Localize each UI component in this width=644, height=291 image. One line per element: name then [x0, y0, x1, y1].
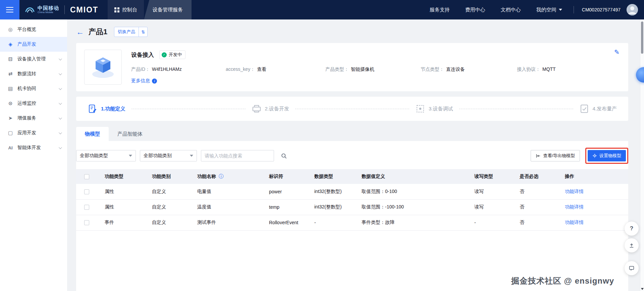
thing-model-panel: 全部功能类型 全部功能类别	[76, 141, 628, 291]
step-label: 2.设备开发	[265, 106, 289, 112]
nav-doc-center[interactable]: 文档中心	[501, 7, 521, 13]
step-device-debugging[interactable]: 3.设备调试	[415, 104, 453, 114]
china-mobile-logo-icon	[25, 5, 35, 14]
overview-icon: ◎	[7, 27, 14, 33]
row-checkbox[interactable]	[84, 189, 89, 194]
sidebar-item-ops-monitoring[interactable]: ⊙ 运维监控	[0, 96, 67, 111]
scrollbar-thumb[interactable]	[641, 21, 643, 54]
view-export-model-label: 查看/导出物模型	[543, 153, 575, 159]
doc-edit-icon	[88, 104, 98, 114]
view-export-model-button[interactable]: 查看/导出物模型	[531, 150, 580, 161]
cell-required: 否	[514, 199, 559, 215]
row-checkbox[interactable]	[84, 205, 89, 210]
product-image	[84, 50, 122, 85]
step-connector	[131, 109, 246, 109]
tutorial-highlight-box: 设置物模型	[585, 148, 628, 164]
cell-function-name: 电量值	[192, 184, 264, 199]
field-value: 智能摄像机	[351, 66, 374, 72]
cube-illustration	[89, 54, 117, 80]
search-input[interactable]	[201, 150, 274, 161]
field-label: 接入协议：	[517, 66, 540, 72]
sidebar-item-sim-collab[interactable]: ▤ 机卡协同	[0, 81, 67, 96]
cell-function-category: 自定义	[147, 199, 192, 215]
field-product-type: 产品类型： 智能摄像机	[325, 66, 421, 72]
chevron-down-icon	[59, 131, 62, 134]
function-detail-link[interactable]: 功能详情	[565, 204, 584, 209]
edit-pencil-icon[interactable]: ✎	[614, 48, 620, 56]
sidebar-item-value-added[interactable]: ➤ 增值服务	[0, 111, 67, 126]
nav-service-support[interactable]: 服务支持	[430, 7, 450, 13]
hamburger-menu-icon[interactable]	[0, 0, 19, 19]
chevron-down-icon	[59, 87, 62, 90]
status-label: 开发中	[169, 52, 182, 58]
question-mark-icon: ?	[630, 225, 633, 232]
select-all-checkbox[interactable]	[84, 174, 89, 179]
tab-product-agent[interactable]: 产品智能体	[109, 127, 151, 141]
app-dev-icon: ▢	[7, 130, 14, 136]
switch-product-button[interactable]: 切换产品 ⇅	[114, 27, 148, 37]
function-category-dropdown[interactable]: 全部功能类别	[140, 150, 197, 161]
info-icon[interactable]: i	[152, 79, 157, 84]
nav-billing-center[interactable]: 费用中心	[465, 7, 485, 13]
step-function-definition[interactable]: 1.功能定义	[88, 104, 125, 114]
chevron-down-icon	[559, 9, 562, 11]
sidebar-item-label: 增值服务	[17, 115, 36, 121]
function-type-dropdown[interactable]: 全部功能类型	[76, 150, 136, 161]
debug-grid-icon	[415, 104, 425, 114]
field-value: 直连设备	[446, 66, 465, 72]
thing-model-table: 功能类型 功能类别 功能名称 ⓘ 标识符 数据类型 数据值定义 读写类型 是否必…	[76, 169, 628, 231]
sidebar-item-product-development[interactable]: ◈ 产品开发	[0, 37, 67, 52]
cell-function-name: 温度值	[192, 199, 264, 215]
sidebar-item-platform-overview[interactable]: ◎ 平台概览	[0, 22, 67, 37]
help-button[interactable]: ?	[625, 222, 639, 236]
step-release-production[interactable]: 4.发布量产	[579, 104, 617, 114]
cell-function-category: 自定义	[147, 215, 192, 230]
back-arrow-icon[interactable]: ←	[76, 28, 84, 36]
field-node-type: 节点类型： 直连设备	[421, 66, 517, 72]
sidebar-item-label: 数据流转	[17, 71, 36, 77]
user-avatar[interactable]	[627, 4, 638, 15]
status-badge: ✓ 开发中	[159, 50, 185, 59]
gear-icon	[592, 153, 597, 158]
info-icon[interactable]: ⓘ	[219, 174, 223, 179]
service-tab-device-management[interactable]: 设备管理服务	[144, 0, 192, 19]
account-id[interactable]: CM002027577497	[582, 7, 621, 12]
cell-data-value-definition: 取值范围：0-100	[356, 184, 469, 199]
cell-function-name: 测试事件	[192, 215, 264, 230]
product-info-card: 设备接入 ✓ 开发中 产品ID： W4f1HLHAMz access_key： …	[76, 43, 628, 91]
tab-thing-model[interactable]: 物模型	[76, 127, 109, 141]
scrollbar[interactable]	[640, 19, 644, 291]
step-device-development[interactable]: 2.设备开发	[252, 104, 289, 114]
monitor-icon: ⊙	[7, 100, 14, 106]
table-row: 属性 自定义 温度值 temp int32(整数型) 取值范围：-100-100…	[76, 199, 628, 215]
nav-my-space[interactable]: 我的空间	[536, 7, 562, 13]
more-info-link[interactable]: 更多信息	[131, 78, 150, 84]
feedback-button[interactable]	[625, 238, 639, 252]
cell-data-type: int32(整数型)	[309, 199, 356, 215]
release-check-icon	[579, 104, 589, 114]
header-required: 是否必选	[514, 169, 559, 184]
field-product-id: 产品ID： W4f1HLHAMz	[131, 66, 226, 72]
data-flow-icon: ⇄	[7, 71, 14, 77]
view-access-key-link[interactable]: 查看	[257, 66, 266, 72]
function-category-dropdown-value: 全部功能类别	[144, 153, 172, 159]
scrollbar-down-arrow-icon[interactable]	[641, 288, 644, 290]
function-detail-link[interactable]: 功能详情	[565, 189, 584, 194]
search-icon[interactable]	[278, 150, 289, 161]
header-function-name-label: 功能名称	[197, 174, 216, 179]
page-title: 产品1	[89, 27, 107, 37]
filter-row: 全部功能类型 全部功能类别	[76, 141, 628, 169]
step-connector	[459, 109, 573, 109]
chat-button[interactable]	[625, 261, 639, 275]
header-function-type: 功能类型	[99, 169, 147, 184]
field-label: 产品类型：	[325, 66, 349, 72]
sidebar-item-data-flow[interactable]: ⇄ 数据流转	[0, 66, 67, 81]
sidebar-item-ai-agent-development[interactable]: AI 智能体开发	[0, 140, 67, 155]
row-checkbox[interactable]	[84, 220, 89, 225]
console-button[interactable]: 控制台	[108, 0, 144, 19]
sidebar-item-device-access[interactable]: ⊟ 设备接入管理	[0, 52, 67, 66]
function-detail-link[interactable]: 功能详情	[565, 220, 584, 225]
chevron-down-icon	[59, 101, 62, 105]
set-thing-model-button[interactable]: 设置物模型	[588, 150, 626, 161]
sidebar-item-app-development[interactable]: ▢ 应用开发	[0, 126, 67, 140]
